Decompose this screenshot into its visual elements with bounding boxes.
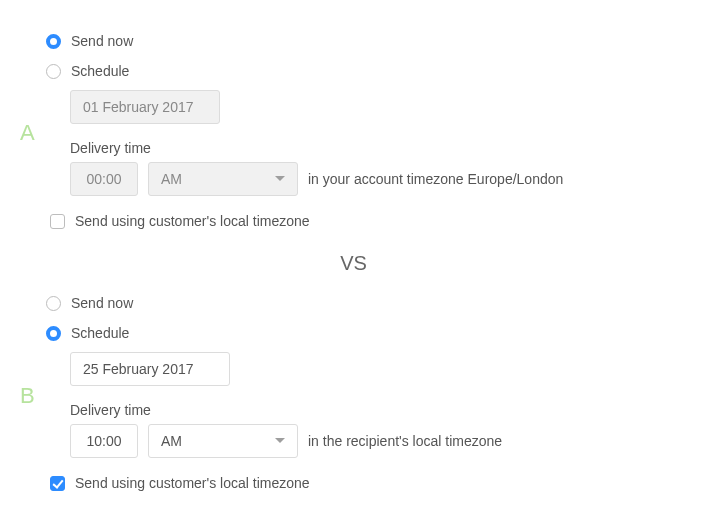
option-schedule[interactable]: Schedule bbox=[46, 322, 502, 344]
schedule-subblock: 25 February 2017 Delivery time 10:00 AM … bbox=[70, 352, 502, 494]
send-now-label: Send now bbox=[71, 295, 133, 311]
radio-icon bbox=[46, 64, 61, 79]
ampm-select[interactable]: AM bbox=[148, 424, 298, 458]
chevron-down-icon bbox=[275, 176, 285, 182]
ampm-select[interactable]: AM bbox=[148, 162, 298, 196]
schedule-label: Schedule bbox=[71, 63, 129, 79]
time-input[interactable]: 10:00 bbox=[70, 424, 138, 458]
ampm-value: AM bbox=[161, 433, 182, 449]
date-input[interactable]: 25 February 2017 bbox=[70, 352, 230, 386]
time-value: 00:00 bbox=[86, 171, 121, 187]
radio-icon bbox=[46, 34, 61, 49]
delivery-time-label: Delivery time bbox=[70, 402, 502, 418]
date-input[interactable]: 01 February 2017 bbox=[70, 90, 220, 124]
date-value: 25 February 2017 bbox=[83, 361, 194, 377]
date-value: 01 February 2017 bbox=[83, 99, 194, 115]
option-schedule[interactable]: Schedule bbox=[46, 60, 563, 82]
vs-divider: VS bbox=[0, 252, 707, 275]
checkbox-icon bbox=[50, 214, 65, 229]
timezone-note: in your account timezone Europe/London bbox=[308, 171, 563, 187]
local-tz-option[interactable]: Send using customer's local timezone bbox=[50, 210, 563, 232]
panel-b: Send now Schedule 25 February 2017 Deliv… bbox=[46, 292, 502, 502]
delivery-time-row: 10:00 AM in the recipient's local timezo… bbox=[70, 424, 502, 458]
variant-a-letter: A bbox=[20, 120, 35, 146]
schedule-label: Schedule bbox=[71, 325, 129, 341]
delivery-time-row: 00:00 AM in your account timezone Europe… bbox=[70, 162, 563, 196]
radio-icon bbox=[46, 326, 61, 341]
option-send-now[interactable]: Send now bbox=[46, 292, 502, 314]
option-send-now[interactable]: Send now bbox=[46, 30, 563, 52]
timezone-note: in the recipient's local timezone bbox=[308, 433, 502, 449]
checkbox-icon bbox=[50, 476, 65, 491]
chevron-down-icon bbox=[275, 438, 285, 444]
radio-icon bbox=[46, 296, 61, 311]
time-input[interactable]: 00:00 bbox=[70, 162, 138, 196]
local-tz-label: Send using customer's local timezone bbox=[75, 213, 310, 229]
time-value: 10:00 bbox=[86, 433, 121, 449]
schedule-subblock: 01 February 2017 Delivery time 00:00 AM … bbox=[70, 90, 563, 232]
delivery-time-label: Delivery time bbox=[70, 140, 563, 156]
local-tz-label: Send using customer's local timezone bbox=[75, 475, 310, 491]
ampm-value: AM bbox=[161, 171, 182, 187]
send-now-label: Send now bbox=[71, 33, 133, 49]
local-tz-option[interactable]: Send using customer's local timezone bbox=[50, 472, 502, 494]
panel-a: Send now Schedule 01 February 2017 Deliv… bbox=[46, 30, 563, 240]
variant-b-letter: B bbox=[20, 383, 35, 409]
